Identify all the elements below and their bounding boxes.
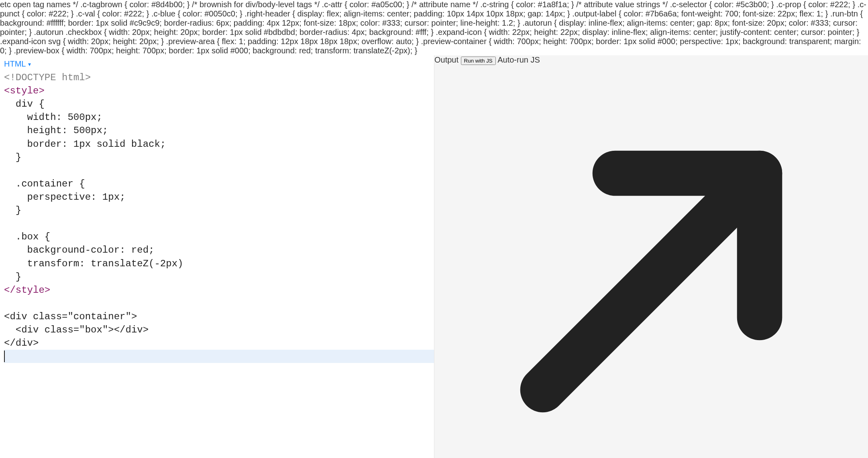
code-line: } — [4, 270, 434, 284]
code-line — [4, 164, 434, 177]
code-line: } — [4, 204, 434, 217]
code-line: </div> — [4, 336, 434, 350]
code-line: .container { — [4, 177, 434, 190]
code-line: <!DOCTYPE html> — [4, 71, 434, 84]
app-root: HTML ▾ <!DOCTYPE html><style> div { widt… — [0, 55, 868, 458]
code-line: <style> — [4, 84, 434, 97]
editor-header: HTML ▾ — [0, 55, 434, 71]
output-label: Output — [434, 55, 458, 64]
output-header: Output Run with JS Auto-run JS — [434, 55, 868, 458]
code-line — [4, 350, 434, 363]
code-line: transform: translateZ(-2px) — [4, 257, 434, 270]
code-line: height: 500px; — [4, 124, 434, 137]
code-line: div { — [4, 97, 434, 111]
code-line: width: 500px; — [4, 111, 434, 124]
code-line: background-color: red; — [4, 243, 434, 257]
language-mode-label: HTML — [4, 59, 26, 69]
svg-line-0 — [543, 173, 760, 390]
code-line: border: 1px solid black; — [4, 138, 434, 151]
language-mode-selector[interactable]: HTML ▾ — [4, 59, 31, 69]
run-with-js-button[interactable]: Run with JS — [461, 57, 496, 65]
code-editor[interactable]: <!DOCTYPE html><style> div { width: 500p… — [0, 71, 434, 458]
code-line: </style> — [4, 284, 434, 297]
code-line: perspective: 1px; — [4, 190, 434, 204]
code-line: <div class="container"> — [4, 310, 434, 323]
code-line: .box { — [4, 230, 434, 243]
code-line — [4, 297, 434, 310]
editor-pane: HTML ▾ <!DOCTYPE html><style> div { widt… — [0, 55, 434, 458]
autorun-js-toggle[interactable]: Auto-run JS — [497, 55, 540, 64]
code-line: <div class="box"></div> — [4, 323, 434, 336]
code-line: } — [4, 151, 434, 164]
output-pane: Output Run with JS Auto-run JS — [434, 55, 868, 458]
caret-down-icon: ▾ — [28, 61, 31, 67]
autorun-label: Auto-run JS — [497, 55, 540, 64]
code-line — [4, 217, 434, 230]
